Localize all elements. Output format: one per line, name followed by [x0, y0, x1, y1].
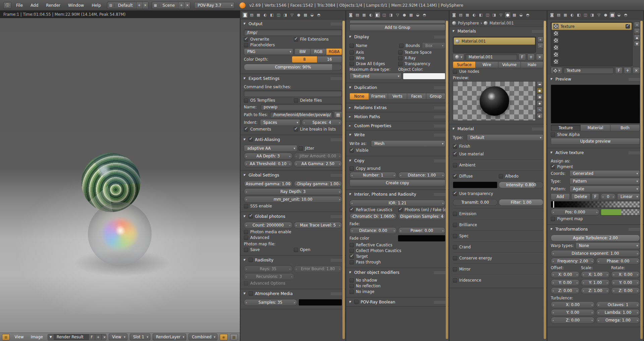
- object-color-swatch[interactable]: [403, 73, 446, 80]
- dupli-group-button[interactable]: Group: [426, 93, 445, 100]
- tab-texture-icon[interactable]: ▩: [302, 12, 309, 18]
- add-layout-button[interactable]: +: [136, 2, 142, 9]
- tab-render-icon[interactable]: ◙: [242, 12, 248, 18]
- fade-color-swatch[interactable]: [398, 235, 445, 242]
- menu-add[interactable]: Add: [28, 2, 41, 9]
- warp-types-select[interactable]: None: [576, 242, 640, 249]
- iridescence-checkbox[interactable]: Iridescence: [453, 278, 543, 283]
- fake-user-button[interactable]: F: [519, 54, 526, 60]
- tab-material-icon[interactable]: ●: [602, 12, 609, 18]
- diffuse-color-swatch[interactable]: [453, 182, 497, 188]
- image-menu[interactable]: Image: [29, 334, 45, 340]
- use-material-checkbox[interactable]: Use material: [453, 152, 543, 156]
- turbulence-x-field[interactable]: X: 0.00: [551, 301, 595, 308]
- rotate-z-field[interactable]: Z: 0.00: [611, 287, 640, 294]
- browse-image-icon[interactable]: ▼: [48, 334, 54, 340]
- delete-layout-button[interactable]: ×: [142, 2, 148, 9]
- refractive-caustics-checkbox[interactable]: Refractive caustics: [350, 207, 397, 212]
- stop-index-field[interactable]: 0: [600, 193, 616, 200]
- tab-world-icon[interactable]: ◐: [471, 12, 477, 18]
- jitter-checkbox[interactable]: Jitter: [299, 146, 342, 151]
- max-trace-level-field[interactable]: Max Trace Level: 5: [294, 222, 342, 229]
- texture-enable-checkbox[interactable]: [626, 24, 630, 29]
- tab-scene-icon[interactable]: ▦: [464, 12, 471, 18]
- menu-file[interactable]: File: [13, 2, 26, 9]
- interpolation-select[interactable]: Linear: [617, 193, 640, 200]
- target-checkbox[interactable]: Target: [350, 254, 445, 259]
- remove-material-slot-button[interactable]: −: [537, 43, 543, 49]
- tab-particles-icon[interactable]: ◒: [518, 12, 524, 18]
- move-texture-up-button[interactable]: ▲: [634, 35, 640, 40]
- frequency-field[interactable]: Frequency: 2.00: [551, 258, 595, 264]
- tab-texture-icon[interactable]: ▩: [408, 12, 414, 18]
- atmosphere-enable-checkbox[interactable]: [249, 291, 253, 296]
- panel-relations-header[interactable]: ►Relations Extras: [346, 103, 449, 112]
- tab-material-icon[interactable]: ●: [504, 12, 511, 18]
- preview-hair-icon[interactable]: ∿: [537, 107, 543, 112]
- new-texture-button[interactable]: +: [624, 67, 631, 74]
- transmit-slider[interactable]: Transmit: 0.00: [453, 199, 497, 206]
- scene-selector[interactable]: ▦ Scene + ×: [152, 2, 191, 9]
- rotate-y-field[interactable]: Y: 0.00: [611, 279, 640, 286]
- delete-stop-button[interactable]: Delete: [571, 193, 590, 200]
- intensity-slider[interactable]: Intensity: 0.800: [499, 182, 543, 188]
- texture-slot-empty[interactable]: [552, 58, 632, 65]
- draw-all-edges-checkbox[interactable]: Draw All Edges: [350, 61, 397, 66]
- preview-texture-button[interactable]: Texture: [551, 125, 581, 131]
- screen-layout-selector[interactable]: ▥ Default + ×: [107, 2, 149, 9]
- image-name[interactable]: Render Result: [54, 334, 89, 340]
- texture-slot-empty[interactable]: [552, 37, 632, 44]
- browse-texture-button[interactable]: [551, 67, 562, 74]
- dupli-verts-button[interactable]: Verts: [388, 93, 407, 100]
- image-editor-type-icon[interactable]: ▦: [2, 334, 10, 340]
- tab-material-icon[interactable]: ●: [296, 12, 302, 18]
- wire-checkbox[interactable]: Wire: [350, 56, 397, 60]
- remove-texture-slot-button[interactable]: −: [634, 28, 640, 34]
- panel-output-header[interactable]: ▼ Output: [240, 19, 345, 28]
- panel-custom-properties-header[interactable]: ►Custom Properties: [346, 121, 449, 130]
- aa-enable-checkbox[interactable]: [249, 137, 253, 142]
- depth-16-button[interactable]: 16: [317, 56, 342, 63]
- tab-material-icon[interactable]: ●: [401, 12, 408, 18]
- bounds-checkbox[interactable]: Bounds: [399, 43, 421, 48]
- tab-constraints-icon[interactable]: ◫: [582, 12, 589, 18]
- panel-materials-header[interactable]: ▼Materials: [449, 27, 547, 35]
- unlink-material-button[interactable]: ×: [536, 54, 543, 60]
- tab-object-icon[interactable]: ◧: [374, 12, 381, 18]
- aa-threshold-field[interactable]: AA Threshold: 0.10: [244, 160, 292, 167]
- menu-help[interactable]: Help: [89, 2, 104, 9]
- delete-files-checkbox[interactable]: Delete files: [294, 98, 342, 103]
- ray-depth-field[interactable]: Ray Depth: 3: [244, 188, 342, 195]
- open-folder-button[interactable]: ▤: [334, 111, 342, 118]
- preview-material-button[interactable]: Material: [581, 125, 610, 131]
- tab-texture-icon[interactable]: ▩: [609, 12, 615, 18]
- assumed-gamma-field[interactable]: Assumed gamma: 1.00: [244, 181, 292, 187]
- panel-motion-paths-header[interactable]: ►Motion Paths: [346, 112, 449, 121]
- texture-slot-list[interactable]: Texture: [551, 22, 633, 66]
- scale-z-field[interactable]: Z: 1.00: [581, 287, 610, 294]
- tab-data-icon[interactable]: ▽: [394, 12, 401, 18]
- new-image-button[interactable]: +: [95, 334, 101, 340]
- tab-object-icon[interactable]: ◧: [576, 12, 582, 18]
- texture-space-checkbox[interactable]: Texture Space: [398, 50, 445, 55]
- unlink-image-button[interactable]: ×: [101, 334, 107, 340]
- media-samples-field[interactable]: Samples: 35: [244, 299, 297, 306]
- surface-mode-button[interactable]: Surface: [453, 61, 476, 68]
- tab-render-layers-icon[interactable]: ▤: [249, 12, 255, 18]
- fake-user-button[interactable]: F: [89, 334, 95, 340]
- fade-power-field[interactable]: Power: 0.00: [398, 227, 445, 234]
- sss-enable-checkbox[interactable]: SSS enable: [244, 204, 342, 208]
- os-tempfiles-checkbox[interactable]: OS Tempfiles: [244, 98, 292, 103]
- xray-checkbox[interactable]: X-Ray: [398, 56, 445, 60]
- add-scene-button[interactable]: +: [178, 2, 184, 9]
- write-as-select[interactable]: Mesh: [371, 140, 445, 147]
- scale-y-field[interactable]: Y: 1.00: [581, 279, 610, 286]
- copy-distance-field[interactable]: Distance: 1.00: [398, 172, 445, 179]
- preview-world-icon[interactable]: ◐: [537, 113, 543, 119]
- delete-scene-button[interactable]: ×: [184, 2, 190, 9]
- photon-save-checkbox[interactable]: Save: [244, 247, 292, 252]
- menu-render[interactable]: Render: [43, 2, 63, 9]
- halo-mode-button[interactable]: Halo: [521, 61, 543, 68]
- editor-type-select[interactable]: ⓘ: [3, 2, 11, 9]
- omega-field[interactable]: Omega: 1.00: [596, 317, 640, 324]
